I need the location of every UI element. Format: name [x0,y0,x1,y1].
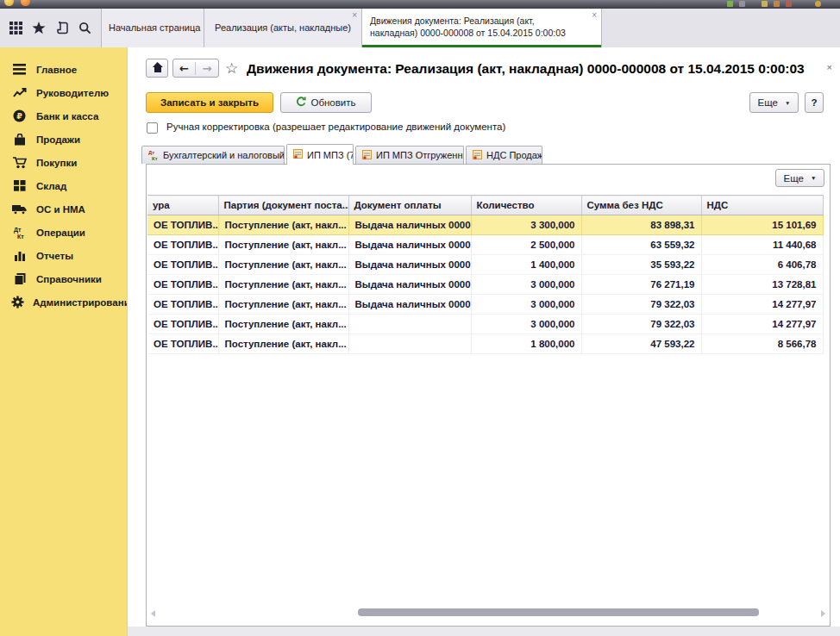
table-row[interactable]: ОЕ ТОПЛИВ... Поступление (акт, накл... В… [147,275,823,295]
column-header[interactable]: ура [147,196,218,215]
cell-quantity[interactable]: 3 000,000 [471,315,581,334]
history-icon[interactable] [56,22,69,34]
home-button[interactable] [146,59,168,78]
cell-nomenclature[interactable]: ОЕ ТОПЛИВ... [147,215,218,235]
table-row[interactable]: ОЕ ТОПЛИВ... Поступление (акт, накл... В… [147,295,823,315]
tab-accounting[interactable]: ДтКт Бухгалтерский и налоговый учет (9) [141,146,285,164]
column-header[interactable]: НДС [701,196,823,215]
cell-amount[interactable]: 83 898,31 [581,215,701,235]
cell-batch[interactable]: Поступление (акт, накл... [218,315,348,334]
refresh-button[interactable]: Обновить [280,92,372,113]
cell-payment-doc[interactable]: Выдача наличных 0000... [348,215,471,235]
column-header[interactable]: Количество [471,196,581,215]
sidebar-item-operations[interactable]: ДтКт Операции [0,221,127,244]
scroll-left-icon[interactable] [151,610,155,617]
cell-vat[interactable]: 8 566,78 [701,334,823,354]
column-header[interactable]: Сумма без НДС [581,196,701,215]
cell-amount[interactable]: 35 593,22 [581,255,701,275]
cell-payment-doc[interactable]: Выдача наличных 0000... [348,275,471,295]
cell-batch[interactable]: Поступление (акт, накл... [218,295,348,315]
help-button[interactable]: ? [805,92,824,113]
window-tab-realization-list[interactable]: Реализация (акты, накладные) × [204,9,362,47]
sidebar-item-directories[interactable]: Справочники [0,267,127,290]
table-row[interactable]: ОЕ ТОПЛИВ... Поступление (акт, накл... В… [147,215,823,235]
table-more-button[interactable]: Еще ▼ [775,169,824,187]
scrollbar-thumb[interactable] [358,608,759,616]
table-row[interactable]: ОЕ ТОПЛИВ... Поступление (акт, накл... 1… [147,334,823,354]
sidebar-item-fixed-assets[interactable]: ОС и НМА [0,197,127,221]
table-row[interactable]: ОЕ ТОПЛИВ... Поступление (акт, накл... 3… [147,315,823,334]
cell-quantity[interactable]: 1 400,000 [471,255,581,275]
cell-nomenclature[interactable]: ОЕ ТОПЛИВ... [147,235,218,255]
window-tab-home[interactable]: Начальная страница [101,9,204,47]
apps-grid-icon[interactable] [9,22,22,34]
cell-payment-doc[interactable]: Выдача наличных 0000... [348,235,471,255]
horizontal-scrollbar[interactable] [148,607,828,619]
sidebar-item-administration[interactable]: Администрирование [0,290,127,314]
window-button-icon[interactable] [4,0,14,6]
tab-ip-mpz[interactable]: ИП МПЗ (7) [286,144,354,165]
sidebar-item-reports[interactable]: Отчеты [0,244,127,267]
window-tab-document-movements[interactable]: Движения документа: Реализация (акт, нак… [362,9,602,47]
column-header[interactable]: Документ оплаты [348,196,471,215]
scroll-right-icon[interactable] [821,610,825,617]
cell-vat[interactable]: 11 440,68 [701,235,823,255]
cell-vat[interactable]: 6 406,78 [701,255,823,275]
cell-nomenclature[interactable]: ОЕ ТОПЛИВ... [147,255,218,275]
table-row[interactable]: ОЕ ТОПЛИВ... Поступление (акт, накл... В… [147,235,823,255]
more-button[interactable]: Еще ▼ [749,92,799,113]
cell-vat[interactable]: 15 101,69 [701,215,823,235]
sidebar-item-main[interactable]: Главное [0,58,127,81]
favorite-star-icon[interactable]: ☆ [225,59,238,78]
cell-nomenclature[interactable]: ОЕ ТОПЛИВ... [147,295,218,315]
table-row[interactable]: ОЕ ТОПЛИВ... Поступление (акт, накл... В… [147,255,823,275]
cell-quantity[interactable]: 1 800,000 [471,334,581,354]
cell-payment-doc[interactable] [348,334,471,354]
cell-nomenclature[interactable]: ОЕ ТОПЛИВ... [147,334,218,354]
forward-button[interactable]: → [196,62,218,75]
tab-label: ИП МПЗ Отгруженные (7) [376,150,464,160]
tab-nds-sales[interactable]: НДС Продажи (1) [466,146,542,164]
cell-batch[interactable]: Поступление (акт, накл... [218,215,348,235]
back-button[interactable]: ← [173,62,196,75]
cell-quantity[interactable]: 3 000,000 [471,275,581,295]
sidebar-item-bank-cash[interactable]: ₽ Банк и касса [0,104,127,128]
favorites-star-icon[interactable] [32,22,46,34]
cell-amount[interactable]: 76 271,19 [581,275,701,295]
cell-batch[interactable]: Поступление (акт, накл... [218,275,348,295]
register-icon [293,149,303,160]
cell-payment-doc[interactable]: Выдача наличных 0000... [348,255,471,275]
manual-adjustment-label[interactable]: Ручная корректировка (разрешает редактир… [166,122,505,132]
sidebar-item-manager[interactable]: Руководителю [0,81,127,104]
cell-nomenclature[interactable]: ОЕ ТОПЛИВ... [147,315,218,334]
manual-adjustment-checkbox[interactable] [147,122,158,134]
column-header[interactable]: Партия (документ поста... [218,196,348,215]
window-button-icon[interactable] [21,0,30,6]
cell-amount[interactable]: 79 322,03 [581,295,701,315]
cell-nomenclature[interactable]: ОЕ ТОПЛИВ... [147,275,218,295]
cell-batch[interactable]: Поступление (акт, накл... [218,235,348,255]
search-icon[interactable] [78,22,91,34]
tab-ip-mpz-shipped[interactable]: ИП МПЗ Отгруженные (7) [355,146,464,164]
cell-payment-doc[interactable] [348,315,471,334]
sidebar-item-sales[interactable]: Продажи [0,128,127,151]
cell-quantity[interactable]: 2 500,000 [471,235,581,255]
sidebar-item-warehouse[interactable]: Склад [0,174,127,197]
cell-amount[interactable]: 47 593,22 [581,334,701,354]
cell-vat[interactable]: 14 277,97 [701,315,823,334]
cell-batch[interactable]: Поступление (акт, накл... [218,334,348,354]
close-icon[interactable]: × [592,11,597,20]
sidebar-item-purchases[interactable]: Покупки [0,151,127,174]
save-and-close-button[interactable]: Записать и закрыть [146,92,273,113]
cell-amount[interactable]: 79 322,03 [581,315,701,334]
cell-vat[interactable]: 14 277,97 [701,295,823,315]
cell-batch[interactable]: Поступление (акт, накл... [218,255,348,275]
cell-amount[interactable]: 63 559,32 [581,235,701,255]
cell-quantity[interactable]: 3 300,000 [471,215,581,235]
register-icon [362,150,372,161]
close-form-icon[interactable]: × [827,62,832,72]
close-icon[interactable]: × [352,11,357,20]
cell-quantity[interactable]: 3 000,000 [471,295,581,315]
cell-vat[interactable]: 13 728,81 [701,275,823,295]
cell-payment-doc[interactable]: Выдача наличных 0000... [348,295,471,315]
